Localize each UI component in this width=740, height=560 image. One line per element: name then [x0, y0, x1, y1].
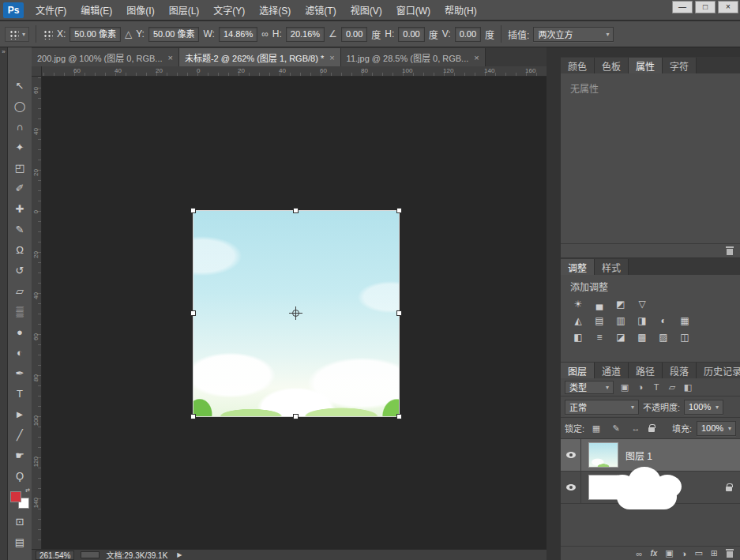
document-tab[interactable]: 200.jpg @ 100% (图层 0, RGB...× [32, 48, 179, 66]
panel-tab[interactable]: 调整 [561, 259, 595, 275]
gradient-tool[interactable]: ▒ [9, 302, 30, 321]
layer-visibility-toggle[interactable] [561, 472, 581, 503]
healing-brush-tool[interactable]: ✚ [9, 199, 30, 219]
panel-tab[interactable]: 色板 [595, 58, 629, 73]
zoom-tool[interactable]: Ϙ [9, 466, 30, 486]
photo-filter-icon[interactable]: ◐ [657, 315, 670, 326]
color-swatches[interactable]: ⇄ [10, 490, 29, 509]
eraser-tool[interactable]: ▱ [9, 281, 30, 301]
reference-point-icon[interactable] [292, 310, 299, 317]
marquee-tool[interactable]: ◯ [9, 96, 30, 116]
tab-close-icon[interactable]: × [329, 53, 334, 62]
transform-image[interactable] [193, 211, 399, 416]
transform-handle-nw[interactable] [190, 208, 196, 213]
panel-tab[interactable]: 历史记录 [697, 363, 740, 378]
history-brush-tool[interactable]: ↺ [9, 261, 30, 280]
brush-tool[interactable]: ✎ [9, 220, 30, 239]
menu-item[interactable]: 视图(V) [344, 3, 389, 17]
menu-item[interactable]: 图像(I) [119, 3, 161, 17]
filter-smart-object-icon[interactable]: ◧ [681, 381, 695, 393]
menu-item[interactable]: 滤镜(T) [298, 3, 343, 17]
minimize-button[interactable]: — [672, 1, 693, 13]
lock-paint-icon[interactable]: ✎ [609, 422, 623, 434]
screen-mode-button[interactable]: ▤ [9, 532, 30, 552]
layer-filter-kind-select[interactable]: 类型 [565, 381, 614, 394]
foreground-color-swatch[interactable] [10, 491, 21, 502]
menu-item[interactable]: 文件(F) [28, 3, 73, 17]
collapse-panel-icon[interactable]: » [0, 47, 7, 57]
lock-transparency-icon[interactable]: ▦ [589, 422, 603, 434]
panel-tab[interactable]: 图层 [561, 363, 595, 378]
transform-handle-se[interactable] [396, 414, 402, 419]
menu-item[interactable]: 帮助(H) [438, 3, 484, 17]
panel-tab[interactable]: 段落 [663, 363, 697, 378]
horizontal-ruler[interactable]: 604020020406080100120140160 [42, 66, 547, 77]
filter-adjustment-layers-icon[interactable]: ◑ [633, 381, 648, 393]
fill-select[interactable]: 100% [697, 421, 736, 436]
height-input[interactable]: 20.16% [286, 27, 325, 42]
blur-tool[interactable]: ● [9, 322, 30, 342]
levels-icon[interactable]: ▄ [593, 299, 606, 310]
path-selection-tool[interactable]: ► [9, 404, 30, 424]
brightness-contrast-icon[interactable]: ☀ [572, 299, 584, 310]
shape-tool[interactable]: ╱ [9, 425, 30, 445]
lasso-tool[interactable]: ∩ [9, 117, 30, 137]
quick-selection-tool[interactable]: ✦ [9, 137, 30, 157]
transform-handle-w[interactable] [190, 310, 196, 316]
layer-style-icon[interactable]: fx [650, 549, 657, 558]
vibrance-icon[interactable]: ◭ [572, 315, 584, 326]
type-tool[interactable]: T [9, 384, 30, 404]
status-scrubber[interactable] [81, 551, 100, 558]
panel-tab[interactable]: 路径 [629, 363, 663, 378]
tab-close-icon[interactable]: × [168, 53, 173, 62]
v-skew-input[interactable]: 0.00 [455, 27, 481, 42]
delete-layer-icon[interactable] [726, 549, 734, 558]
transform-handle-ne[interactable] [396, 208, 402, 213]
panel-tab[interactable]: 通道 [595, 363, 629, 378]
transform-handle-s[interactable] [293, 414, 299, 419]
tool-preset-picker[interactable] [5, 27, 29, 42]
panel-tab[interactable]: 属性 [629, 58, 663, 73]
threshold-icon[interactable]: ◪ [614, 332, 627, 343]
layer-row[interactable]: 背景 [561, 472, 740, 504]
vertical-ruler[interactable]: 604020020406080100120140 [32, 77, 42, 549]
relative-position-toggle[interactable]: △ [125, 28, 132, 39]
lock-all-icon[interactable] [648, 427, 655, 432]
selective-color-icon[interactable]: ▨ [657, 332, 670, 343]
filter-type-layers-icon[interactable]: T [649, 381, 663, 393]
document-tab[interactable]: 未标题-2 @ 262% (图层 1, RGB/8) *× [179, 48, 341, 66]
delete-properties-icon[interactable] [726, 246, 734, 255]
h-skew-input[interactable]: 0.00 [398, 27, 424, 42]
color-balance-icon[interactable]: ▥ [614, 315, 627, 326]
new-layer-icon[interactable]: ⊞ [711, 548, 718, 558]
x-input[interactable]: 50.00 像素 [69, 27, 121, 42]
menu-item[interactable]: 文字(Y) [206, 3, 252, 17]
link-layers-icon[interactable]: ∞ [637, 549, 643, 558]
menu-item[interactable]: 图层(L) [162, 3, 207, 17]
interpolation-select[interactable]: 两次立方 [533, 27, 614, 42]
quick-mask-button[interactable]: ⊡ [9, 512, 30, 532]
angle-input[interactable]: 0.00 [341, 27, 367, 42]
invert-icon[interactable]: ◧ [572, 332, 584, 343]
crop-tool[interactable]: ◰ [9, 158, 30, 178]
filter-shape-layers-icon[interactable]: ▱ [665, 381, 679, 393]
dodge-tool[interactable]: ◐ [9, 343, 30, 363]
width-input[interactable]: 14.86% [219, 27, 257, 42]
eyedropper-tool[interactable]: ✐ [9, 179, 30, 198]
panel-tab[interactable]: 颜色 [561, 58, 595, 73]
menu-item[interactable]: 窗口(W) [389, 3, 438, 17]
new-group-icon[interactable]: ▭ [694, 548, 702, 558]
tools-collapse-strip[interactable]: » [0, 47, 8, 560]
transform-handle-sw[interactable] [190, 414, 196, 419]
opacity-select[interactable]: 100% [684, 400, 723, 415]
menu-item[interactable]: 编辑(E) [73, 3, 119, 17]
layer-row[interactable]: 图层 1 [561, 439, 740, 472]
layer-visibility-toggle[interactable] [561, 439, 581, 471]
pen-tool[interactable]: ✒ [9, 363, 30, 383]
y-input[interactable]: 50.00 像素 [148, 27, 200, 42]
zoom-level-field[interactable]: 261.54% [36, 551, 74, 560]
status-menu-arrow-icon[interactable]: ▶ [177, 551, 182, 558]
posterize-icon[interactable]: ≡ [593, 332, 606, 343]
canvas[interactable] [42, 77, 547, 549]
black-white-icon[interactable]: ◨ [636, 315, 648, 326]
